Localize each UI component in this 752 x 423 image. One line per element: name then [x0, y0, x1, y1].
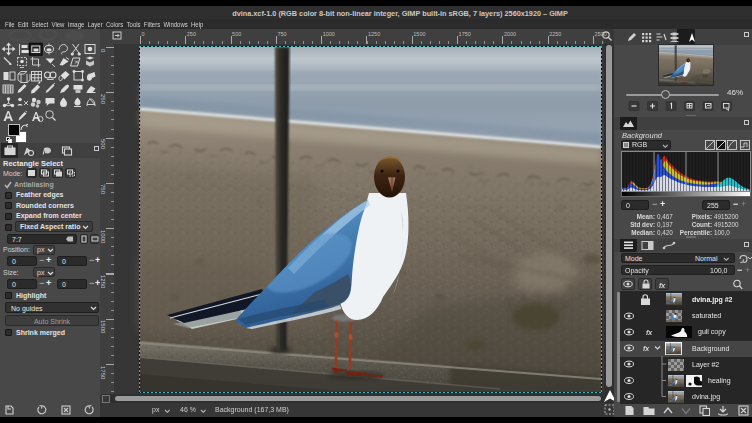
svg-text:fx: fx: [659, 282, 666, 289]
svg-text:fx: fx: [646, 329, 653, 336]
svg-text:fx: fx: [643, 345, 650, 352]
